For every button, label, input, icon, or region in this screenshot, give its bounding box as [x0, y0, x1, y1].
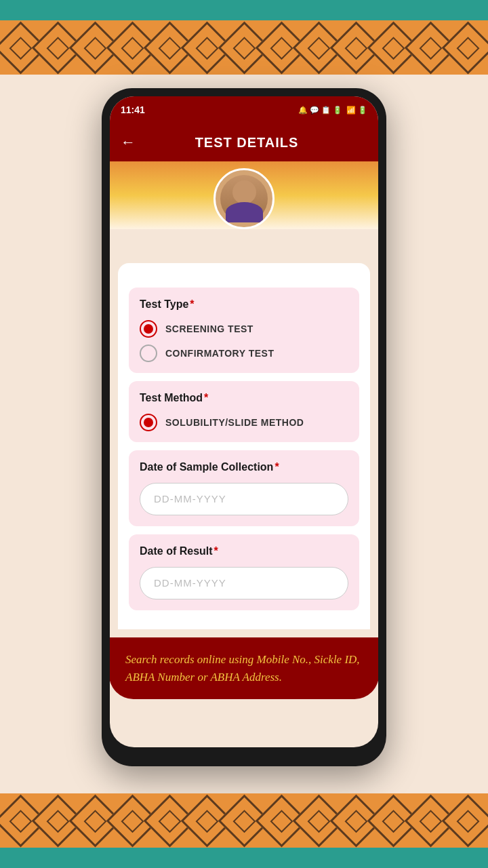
avatar [214, 168, 274, 229]
date-collection-placeholder: DD-MM-YYYY [154, 493, 226, 505]
signal-icons: 📶 🔋 [346, 106, 367, 115]
notification-icons: 🔔 💬 📋 🔋 [298, 106, 342, 115]
radio-confirmatory-label: CONFIRMATORY TEST [165, 348, 274, 359]
radio-screening[interactable]: SCREENING TEST [140, 320, 348, 338]
test-type-section: Test Type* SCREENING TEST CONFIRMATORY T… [129, 288, 359, 373]
back-button[interactable]: ← [121, 134, 136, 151]
radio-screening-label: SCREENING TEST [165, 323, 253, 334]
radio-solubility[interactable]: SOLUBILITY/SLIDE METHOD [140, 414, 348, 431]
phone-frame: 11:41 🔔 💬 📋 🔋 📶 🔋 ← TEST DETAILS [102, 88, 386, 766]
date-collection-input[interactable]: DD-MM-YYYY [140, 483, 348, 515]
avatar-head [232, 180, 256, 204]
profile-area [110, 161, 378, 229]
bottom-border [0, 793, 488, 868]
radio-solubility-button[interactable] [140, 414, 157, 431]
date-collection-label: Date of Sample Collection* [140, 461, 348, 473]
radio-solubility-fill [144, 418, 153, 427]
test-method-label: Test Method* [140, 392, 348, 404]
app-header: ← TEST DETAILS [110, 123, 378, 161]
date-result-label: Date of Result* [140, 545, 348, 557]
footer-banner: Search records online using Mobile No., … [110, 637, 378, 699]
status-time: 11:41 [121, 104, 145, 115]
avatar-body [226, 202, 263, 222]
status-bar: 11:41 🔔 💬 📋 🔋 📶 🔋 [110, 96, 378, 123]
radio-screening-button[interactable] [140, 320, 157, 338]
test-method-section: Test Method* SOLUBILITY/SLIDE METHOD [129, 381, 359, 442]
radio-screening-fill [144, 324, 153, 334]
date-result-input[interactable]: DD-MM-YYYY [140, 567, 348, 599]
radio-confirmatory-button[interactable] [140, 344, 157, 362]
date-result-placeholder: DD-MM-YYYY [154, 577, 226, 589]
page-title: TEST DETAILS [146, 135, 367, 151]
date-result-section: Date of Result* DD-MM-YYYY [129, 534, 359, 610]
date-collection-section: Date of Sample Collection* DD-MM-YYYY [129, 450, 359, 526]
banner-text: Search records online using Mobile No., … [125, 651, 363, 686]
status-icons: 🔔 💬 📋 🔋 📶 🔋 [298, 106, 367, 115]
radio-solubility-label: SOLUBILITY/SLIDE METHOD [165, 417, 304, 428]
radio-confirmatory[interactable]: CONFIRMATORY TEST [140, 344, 348, 362]
form-content: Test Type* SCREENING TEST CONFIRMATORY T… [118, 277, 370, 629]
test-type-label: Test Type* [140, 298, 348, 311]
avatar-silhouette [220, 175, 268, 222]
